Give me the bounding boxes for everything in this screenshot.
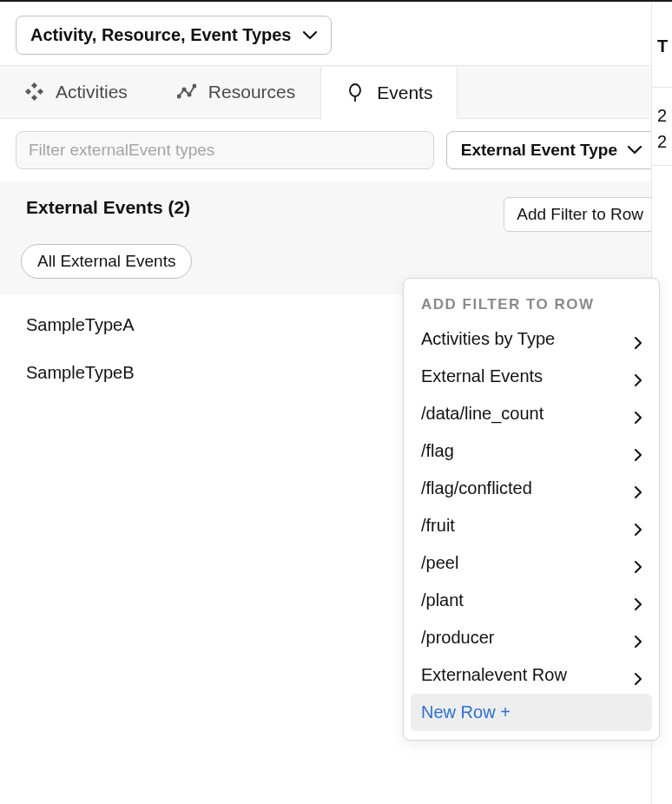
popover-item-data-line-count[interactable]: /data/line_count: [411, 395, 652, 432]
svg-rect-2: [37, 89, 43, 95]
popover-item-flag[interactable]: /flag: [411, 432, 652, 470]
popover-item-label: New Row +: [421, 702, 511, 722]
tab-resources-label: Resources: [208, 82, 295, 102]
chevron-right-icon: [635, 557, 642, 570]
chevron-right-icon: [635, 371, 642, 383]
chevron-right-icon: [635, 595, 642, 607]
tab-resources[interactable]: Resources: [153, 66, 320, 118]
type-scope-dropdown[interactable]: Activity, Resource, Event Types: [16, 16, 332, 55]
popover-item-label: Activities by Type: [421, 329, 555, 349]
add-filter-popover: ADD FILTER TO ROW Activities by Type Ext…: [403, 278, 660, 741]
popover-item-flag-conflicted[interactable]: /flag/conflicted: [411, 470, 652, 507]
filter-input[interactable]: [16, 131, 434, 169]
svg-point-5: [181, 88, 186, 92]
svg-point-6: [187, 93, 191, 97]
popover-item-external-events[interactable]: External Events: [411, 358, 652, 395]
popover-item-producer[interactable]: /producer: [411, 619, 652, 656]
popover-item-label: External Events: [421, 366, 543, 386]
chevron-right-icon: [635, 445, 642, 458]
tab-events-label: Events: [377, 82, 432, 103]
popover-item-activities-by-type[interactable]: Activities by Type: [411, 320, 652, 358]
svg-rect-1: [25, 89, 31, 95]
add-filter-to-row-button[interactable]: Add Filter to Row: [504, 197, 656, 232]
popover-item-label: /peel: [421, 553, 458, 573]
right-edge-value: 2: [657, 132, 667, 152]
resources-icon: [177, 82, 196, 102]
popover-item-peel[interactable]: /peel: [411, 544, 652, 582]
chevron-right-icon: [635, 669, 642, 682]
popover-item-plant[interactable]: /plant: [411, 582, 652, 619]
tabs: Activities Resources Events: [0, 65, 672, 119]
popover-item-label: /fruit: [421, 516, 455, 536]
popover-item-externalevent-row[interactable]: Externalevent Row: [411, 656, 652, 694]
section-title: External Events (2): [26, 197, 190, 218]
popover-header: ADD FILTER TO ROW: [411, 287, 652, 320]
right-edge-value: 2: [657, 106, 667, 126]
chevron-right-icon: [635, 632, 642, 644]
tab-events[interactable]: Events: [320, 67, 458, 119]
svg-rect-3: [31, 95, 37, 101]
popover-item-label: /data/line_count: [421, 404, 544, 424]
right-edge-label: T: [657, 36, 668, 56]
chevron-right-icon: [635, 483, 642, 495]
popover-item-new-row[interactable]: New Row +: [411, 694, 652, 731]
type-scope-label: Activity, Resource, Event Types: [30, 25, 291, 45]
chevron-right-icon: [635, 333, 642, 346]
chevron-down-icon: [303, 31, 317, 40]
svg-rect-0: [31, 82, 37, 89]
event-type-label: External Event Type: [461, 141, 617, 160]
chevron-right-icon: [635, 408, 642, 420]
popover-item-label: /producer: [421, 628, 495, 648]
chevron-down-icon: [628, 146, 642, 155]
svg-point-8: [350, 84, 360, 96]
all-external-events-chip[interactable]: All External Events: [21, 244, 192, 279]
tab-activities[interactable]: Activities: [0, 66, 153, 118]
popover-item-label: /flag/conflicted: [421, 478, 532, 498]
event-type-dropdown[interactable]: External Event Type: [446, 131, 656, 169]
popover-item-label: Externalevent Row: [421, 665, 567, 685]
activities-icon: [24, 82, 43, 102]
chevron-right-icon: [635, 520, 642, 532]
popover-item-label: /plant: [421, 590, 464, 610]
popover-item-label: /flag: [421, 441, 454, 461]
events-icon: [346, 83, 365, 102]
tab-activities-label: Activities: [56, 82, 128, 102]
popover-item-fruit[interactable]: /fruit: [411, 507, 652, 544]
